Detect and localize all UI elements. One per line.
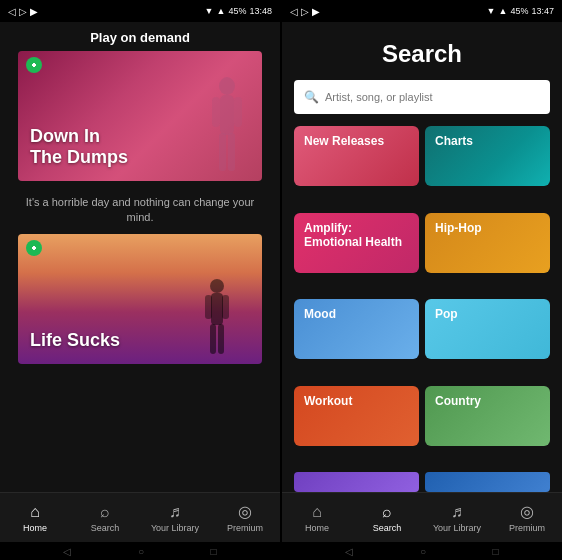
wifi-icon: ▲ <box>217 6 226 16</box>
category-label-charts: Charts <box>435 134 473 148</box>
home-icon-left: ⌂ <box>30 503 40 521</box>
svg-rect-3 <box>234 97 242 127</box>
nav-premium-left[interactable]: ◎ Premium <box>210 502 280 533</box>
nav-home-left[interactable]: ⌂ Home <box>0 503 70 533</box>
recents-gesture: □ <box>211 546 217 557</box>
back-gesture: ◁ <box>63 546 71 557</box>
nav-premium-label-right: Premium <box>509 523 545 533</box>
notification-icons: ◁ ▷ ▶ <box>8 6 38 17</box>
category-label-new-releases: New Releases <box>304 134 384 148</box>
category-label-country: Country <box>435 394 481 408</box>
svg-point-6 <box>210 279 224 293</box>
spotify-logo-2 <box>26 240 42 256</box>
svg-rect-8 <box>205 295 212 319</box>
svg-rect-9 <box>222 295 229 319</box>
figure-silhouette-1 <box>192 71 247 181</box>
time-left: 13:48 <box>249 6 272 16</box>
nav-search-left[interactable]: ⌕ Search <box>70 503 140 533</box>
search-bar-icon: 🔍 <box>304 90 319 104</box>
section-title: Play on demand <box>0 22 280 51</box>
status-right-info: ▼ ▲ 45% 13:48 <box>205 6 272 16</box>
search-page-title: Search <box>282 22 562 80</box>
category-country[interactable]: Country <box>425 386 550 446</box>
premium-icon-right: ◎ <box>520 502 534 521</box>
search-icon-right: ⌕ <box>382 503 392 521</box>
category-label-workout: Workout <box>304 394 352 408</box>
svg-rect-2 <box>212 97 220 127</box>
premium-icon-left: ◎ <box>238 502 252 521</box>
album-bg-2: Life Sucks <box>18 234 262 364</box>
nav-search-right[interactable]: ⌕ Search <box>352 503 422 533</box>
home-icon-right: ⌂ <box>312 503 322 521</box>
categories-grid: New Releases Charts Amplify:Emotional He… <box>282 126 562 466</box>
nav-premium-label-left: Premium <box>227 523 263 533</box>
status-left-icons: ◁ ▷ ▶ <box>8 6 38 17</box>
category-hiphop[interactable]: Hip-Hop <box>425 213 550 273</box>
nav-home-label-left: Home <box>23 523 47 533</box>
library-icon-left: ♬ <box>169 503 181 521</box>
library-icon-right: ♬ <box>451 503 463 521</box>
right-phone: ◁ ▷ ▶ ▼ ▲ 45% 13:47 Search 🔍 Artist, son… <box>282 0 562 560</box>
nav-home-right[interactable]: ⌂ Home <box>282 503 352 533</box>
recents-gesture-right: □ <box>493 546 499 557</box>
battery-left: 45% <box>228 6 246 16</box>
extra-cat-2 <box>425 472 550 492</box>
category-label-mood: Mood <box>304 307 336 321</box>
home-gesture-right: ○ <box>420 546 426 557</box>
album-card-2[interactable]: Life Sucks <box>18 234 262 364</box>
wifi-icon-right: ▲ <box>499 6 508 16</box>
svg-rect-11 <box>218 324 224 354</box>
svg-point-0 <box>219 77 235 95</box>
nav-home-label-right: Home <box>305 523 329 533</box>
bottom-nav-left: ⌂ Home ⌕ Search ♬ Your Library ◎ Premium <box>0 492 280 542</box>
category-pop[interactable]: Pop <box>425 299 550 359</box>
album-title-1: Down InThe Dumps <box>30 126 128 169</box>
status-left-icons-right: ◁ ▷ ▶ <box>290 6 320 17</box>
svg-rect-5 <box>228 133 235 171</box>
left-phone: ◁ ▷ ▶ ▼ ▲ 45% 13:48 Play on demand Down … <box>0 0 280 560</box>
search-icon-left: ⌕ <box>100 503 110 521</box>
nav-library-left[interactable]: ♬ Your Library <box>140 503 210 533</box>
category-label-pop: Pop <box>435 307 458 321</box>
signal-icon-right: ▼ <box>487 6 496 16</box>
nav-search-label-right: Search <box>373 523 402 533</box>
extra-cat-1 <box>294 472 419 492</box>
svg-rect-10 <box>210 324 216 354</box>
status-bar-right: ◁ ▷ ▶ ▼ ▲ 45% 13:47 <box>282 0 562 22</box>
search-placeholder-text: Artist, song, or playlist <box>325 91 433 103</box>
battery-right: 45% <box>510 6 528 16</box>
figure-silhouette-2 <box>197 274 237 364</box>
album-card-1[interactable]: Down InThe Dumps <box>18 51 262 181</box>
gesture-bar-right: ◁ ○ □ <box>282 542 562 560</box>
signal-icon: ▼ <box>205 6 214 16</box>
status-bar-left: ◁ ▷ ▶ ▼ ▲ 45% 13:48 <box>0 0 280 22</box>
home-gesture: ○ <box>138 546 144 557</box>
extra-categories-row <box>282 466 562 492</box>
back-gesture-right: ◁ <box>345 546 353 557</box>
svg-rect-7 <box>211 293 223 325</box>
category-label-hiphop: Hip-Hop <box>435 221 482 235</box>
category-amplify[interactable]: Amplify:Emotional Health <box>294 213 419 273</box>
album-title-2: Life Sucks <box>30 330 120 352</box>
time-right: 13:47 <box>531 6 554 16</box>
search-bar[interactable]: 🔍 Artist, song, or playlist <box>294 80 550 114</box>
status-right-info-right: ▼ ▲ 45% 13:47 <box>487 6 554 16</box>
category-charts[interactable]: Charts <box>425 126 550 186</box>
svg-rect-4 <box>219 133 226 171</box>
album-bg-1: Down InThe Dumps <box>18 51 262 181</box>
category-workout[interactable]: Workout <box>294 386 419 446</box>
nav-search-label-left: Search <box>91 523 120 533</box>
svg-rect-1 <box>220 95 234 135</box>
bottom-nav-right: ⌂ Home ⌕ Search ♬ Your Library ◎ Premium <box>282 492 562 542</box>
category-label-amplify: Amplify:Emotional Health <box>304 221 402 250</box>
spotify-logo-1 <box>26 57 42 73</box>
nav-library-right[interactable]: ♬ Your Library <box>422 503 492 533</box>
gesture-bar-left: ◁ ○ □ <box>0 542 280 560</box>
nav-library-label-right: Your Library <box>433 523 481 533</box>
category-mood[interactable]: Mood <box>294 299 419 359</box>
notification-icons-right: ◁ ▷ ▶ <box>290 6 320 17</box>
nav-premium-right[interactable]: ◎ Premium <box>492 502 562 533</box>
album-description: It's a horrible day and nothing can chan… <box>0 189 280 234</box>
nav-library-label-left: Your Library <box>151 523 199 533</box>
category-new-releases[interactable]: New Releases <box>294 126 419 186</box>
